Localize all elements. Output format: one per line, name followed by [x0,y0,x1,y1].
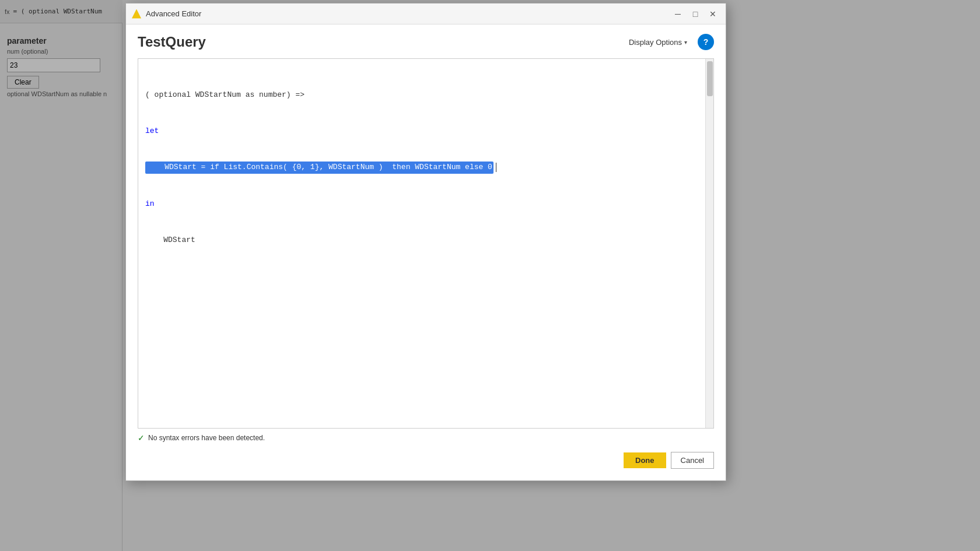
code-line-4: in [145,198,698,210]
advanced-editor-dialog: Advanced Editor ─ □ ✕ TestQuery Display … [125,3,726,481]
help-button[interactable]: ? [698,34,714,50]
code-editor[interactable]: ( optional WDStartNum as number) => let … [138,59,705,428]
titlebar-title: Advanced Editor [146,9,670,18]
statusbar: ✓ No syntax errors have been detected. [138,429,714,447]
code-editor-container: ( optional WDStartNum as number) => let … [138,58,714,429]
status-check-icon: ✓ [138,433,145,443]
dialog-titlebar: Advanced Editor ─ □ ✕ [126,3,726,24]
display-options-label: Display Options [629,38,682,47]
scrollbar-thumb [707,61,713,96]
in-keyword: in [145,199,155,208]
chevron-down-icon: ▾ [684,39,687,45]
code-scrollbar[interactable] [705,59,713,428]
code-line-1: ( optional WDStartNum as number) => [145,89,698,101]
titlebar-controls: ─ □ ✕ [670,6,721,22]
header-right: Display Options ▾ ? [623,34,714,50]
let-keyword: let [145,127,159,135]
query-title: TestQuery [138,34,206,50]
cursor [496,163,496,172]
done-button[interactable]: Done [624,452,666,468]
code-line-2: let [145,125,698,138]
cancel-button[interactable]: Cancel [671,452,714,469]
titlebar-icon [131,8,142,20]
close-button[interactable]: ✕ [705,6,721,22]
highlighted-code-line: WDStart = if List.Contains( {0, 1}, WDSt… [145,162,494,174]
dialog-header: TestQuery Display Options ▾ ? [138,34,714,50]
dialog-content: TestQuery Display Options ▾ ? ( optional… [126,24,726,480]
minimize-button[interactable]: ─ [670,6,686,22]
display-options-button[interactable]: Display Options ▾ [623,36,693,49]
status-text: No syntax errors have been detected. [148,434,265,442]
maximize-button[interactable]: □ [687,6,704,22]
power-query-icon [132,9,141,19]
dialog-footer: Done Cancel [138,447,714,471]
code-line-5: WDStart [145,234,698,247]
code-line-3: WDStart = if List.Contains( {0, 1}, WDSt… [145,162,698,174]
